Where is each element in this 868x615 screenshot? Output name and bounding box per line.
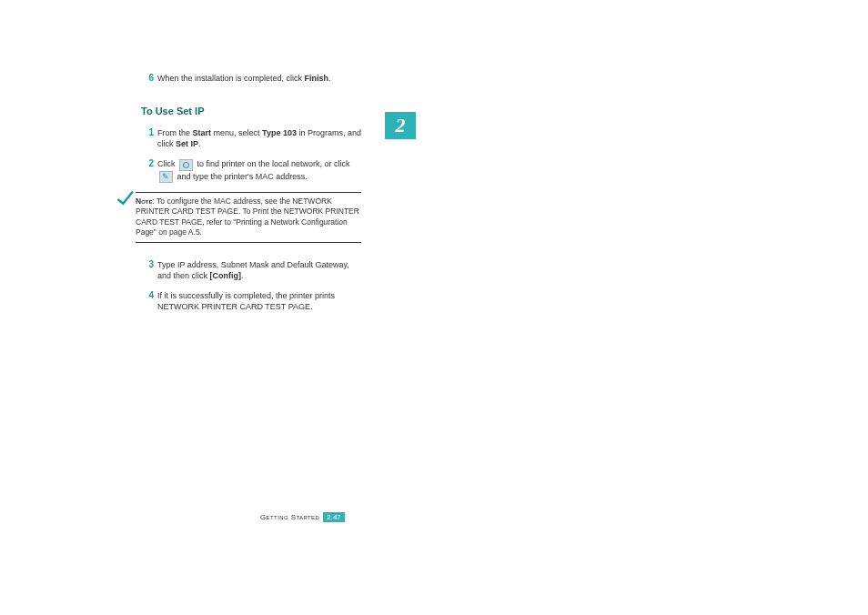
- note-block: Note: To configure the MAC address, see …: [136, 192, 361, 243]
- section-heading: To Use Set IP: [141, 106, 364, 116]
- step-number: 4: [141, 290, 154, 312]
- step-number: 2: [141, 158, 154, 182]
- step-3: 3 Type IP address, Subnet Mask and Defau…: [141, 259, 364, 281]
- step-number: 1: [141, 127, 154, 149]
- chapter-tab: 2: [385, 112, 416, 139]
- edit-icon: [159, 171, 173, 183]
- footer-section-label: Getting Started: [260, 513, 319, 521]
- checkmark-icon: [116, 189, 134, 210]
- search-icon: [179, 159, 193, 171]
- step-2: 2 Click to find printer on the local net…: [141, 158, 364, 182]
- note-label: Note: [136, 197, 152, 206]
- note-body: : To configure the MAC address, see the …: [136, 197, 359, 237]
- page-content: 6 When the installation is completed, cl…: [141, 73, 364, 321]
- step-number: 3: [141, 259, 154, 281]
- step-text: From the Start menu, select Type 103 in …: [157, 127, 364, 149]
- step-text: Type IP address, Subnet Mask and Default…: [157, 259, 364, 281]
- step-1: 1 From the Start menu, select Type 103 i…: [141, 127, 364, 149]
- step-text: When the installation is completed, clic…: [157, 73, 364, 84]
- step-text: If it is successfully is completed, the …: [157, 290, 364, 312]
- step-text: Click to find printer on the local netwo…: [157, 158, 364, 182]
- step-6: 6 When the installation is completed, cl…: [141, 73, 364, 84]
- step-number: 6: [141, 73, 154, 84]
- page-footer: Getting Started 2.47: [260, 512, 345, 522]
- step-4: 4 If it is successfully is completed, th…: [141, 290, 364, 312]
- footer-page-number: 2.47: [323, 512, 345, 522]
